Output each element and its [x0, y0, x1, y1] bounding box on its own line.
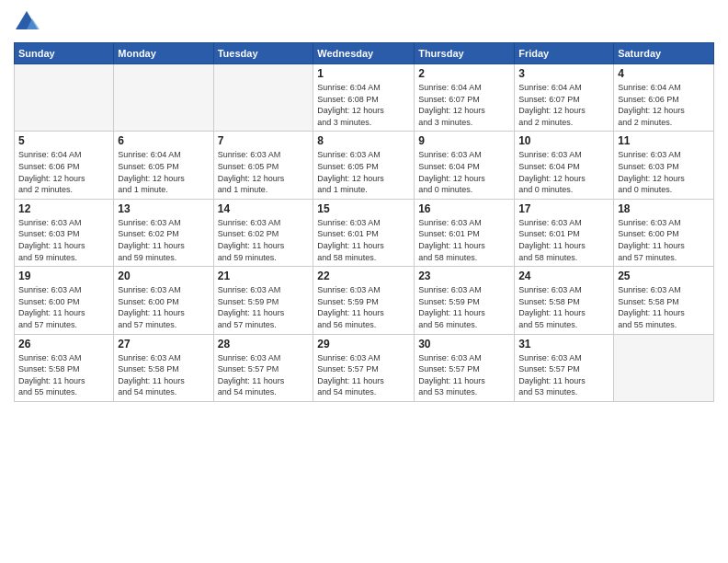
day-info: Sunrise: 6:03 AM Sunset: 5:58 PM Dayligh… [618, 284, 710, 330]
calendar-cell: 14Sunrise: 6:03 AM Sunset: 6:02 PM Dayli… [213, 199, 313, 266]
calendar-cell [114, 64, 213, 132]
day-info: Sunrise: 6:03 AM Sunset: 6:00 PM Dayligh… [118, 284, 209, 330]
calendar-cell: 18Sunrise: 6:03 AM Sunset: 6:00 PM Dayli… [614, 199, 714, 266]
day-number: 1 [317, 67, 410, 80]
day-info: Sunrise: 6:03 AM Sunset: 5:58 PM Dayligh… [518, 284, 609, 330]
day-number: 23 [418, 270, 510, 282]
day-info: Sunrise: 6:03 AM Sunset: 5:57 PM Dayligh… [317, 352, 410, 398]
day-info: Sunrise: 6:03 AM Sunset: 6:01 PM Dayligh… [518, 217, 609, 263]
calendar-cell: 19Sunrise: 6:03 AM Sunset: 6:00 PM Dayli… [15, 267, 114, 334]
calendar-cell: 9Sunrise: 6:03 AM Sunset: 6:04 PM Daylig… [415, 132, 515, 199]
day-number: 12 [18, 202, 109, 215]
day-number: 24 [518, 270, 609, 282]
day-number: 10 [518, 134, 609, 147]
day-number: 16 [418, 202, 510, 215]
calendar-cell [15, 64, 114, 132]
weekday-header-friday: Friday [515, 43, 614, 64]
day-number: 2 [418, 67, 510, 80]
weekday-header-thursday: Thursday [415, 43, 515, 64]
day-number: 4 [618, 67, 710, 80]
calendar-cell: 25Sunrise: 6:03 AM Sunset: 5:58 PM Dayli… [614, 267, 714, 334]
day-number: 22 [317, 270, 410, 282]
day-info: Sunrise: 6:04 AM Sunset: 6:07 PM Dayligh… [418, 82, 510, 128]
calendar-cell: 7Sunrise: 6:03 AM Sunset: 6:05 PM Daylig… [213, 132, 313, 199]
logo-icon [14, 9, 40, 35]
day-number: 19 [18, 270, 109, 282]
calendar-cell: 27Sunrise: 6:03 AM Sunset: 5:58 PM Dayli… [114, 334, 213, 401]
calendar-cell: 17Sunrise: 6:03 AM Sunset: 6:01 PM Dayli… [515, 199, 614, 266]
day-info: Sunrise: 6:03 AM Sunset: 6:04 PM Dayligh… [518, 149, 609, 195]
day-info: Sunrise: 6:04 AM Sunset: 6:07 PM Dayligh… [518, 82, 609, 128]
weekday-header-saturday: Saturday [614, 43, 714, 64]
day-info: Sunrise: 6:04 AM Sunset: 6:06 PM Dayligh… [18, 149, 109, 195]
day-info: Sunrise: 6:03 AM Sunset: 5:58 PM Dayligh… [18, 352, 109, 398]
day-number: 15 [317, 202, 410, 215]
calendar-cell: 11Sunrise: 6:03 AM Sunset: 6:03 PM Dayli… [614, 132, 714, 199]
day-number: 3 [518, 67, 609, 80]
day-info: Sunrise: 6:03 AM Sunset: 6:03 PM Dayligh… [618, 149, 710, 195]
day-number: 21 [218, 270, 310, 282]
day-info: Sunrise: 6:03 AM Sunset: 5:59 PM Dayligh… [218, 284, 310, 330]
day-number: 11 [618, 134, 710, 147]
calendar-cell: 16Sunrise: 6:03 AM Sunset: 6:01 PM Dayli… [415, 199, 515, 266]
weekday-header-tuesday: Tuesday [213, 43, 313, 64]
day-info: Sunrise: 6:03 AM Sunset: 5:59 PM Dayligh… [418, 284, 510, 330]
calendar-cell: 4Sunrise: 6:04 AM Sunset: 6:06 PM Daylig… [614, 64, 714, 132]
day-info: Sunrise: 6:03 AM Sunset: 5:59 PM Dayligh… [317, 284, 410, 330]
day-number: 20 [118, 270, 209, 282]
calendar-cell: 24Sunrise: 6:03 AM Sunset: 5:58 PM Dayli… [515, 267, 614, 334]
calendar-cell: 20Sunrise: 6:03 AM Sunset: 6:00 PM Dayli… [114, 267, 213, 334]
calendar-cell: 31Sunrise: 6:03 AM Sunset: 5:57 PM Dayli… [515, 334, 614, 401]
page: SundayMondayTuesdayWednesdayThursdayFrid… [0, 0, 728, 563]
calendar-cell: 1Sunrise: 6:04 AM Sunset: 6:08 PM Daylig… [313, 64, 415, 132]
calendar-cell: 6Sunrise: 6:04 AM Sunset: 6:05 PM Daylig… [114, 132, 213, 199]
calendar-cell: 5Sunrise: 6:04 AM Sunset: 6:06 PM Daylig… [15, 132, 114, 199]
day-number: 7 [218, 134, 310, 147]
calendar-cell [213, 64, 313, 132]
day-info: Sunrise: 6:03 AM Sunset: 6:01 PM Dayligh… [317, 217, 410, 263]
calendar-cell: 29Sunrise: 6:03 AM Sunset: 5:57 PM Dayli… [313, 334, 415, 401]
calendar-cell: 8Sunrise: 6:03 AM Sunset: 6:05 PM Daylig… [313, 132, 415, 199]
day-number: 26 [18, 338, 109, 350]
calendar-cell: 30Sunrise: 6:03 AM Sunset: 5:57 PM Dayli… [415, 334, 515, 401]
day-info: Sunrise: 6:03 AM Sunset: 6:05 PM Dayligh… [218, 149, 310, 195]
weekday-header-wednesday: Wednesday [313, 43, 415, 64]
day-info: Sunrise: 6:03 AM Sunset: 6:00 PM Dayligh… [618, 217, 710, 263]
day-number: 5 [18, 134, 109, 147]
day-number: 8 [317, 134, 410, 147]
calendar: SundayMondayTuesdayWednesdayThursdayFrid… [14, 42, 714, 402]
day-info: Sunrise: 6:03 AM Sunset: 6:02 PM Dayligh… [218, 217, 310, 263]
calendar-cell: 10Sunrise: 6:03 AM Sunset: 6:04 PM Dayli… [515, 132, 614, 199]
header [14, 9, 714, 35]
day-number: 27 [118, 338, 209, 350]
day-info: Sunrise: 6:04 AM Sunset: 6:06 PM Dayligh… [618, 82, 710, 128]
day-number: 9 [418, 134, 510, 147]
calendar-cell: 21Sunrise: 6:03 AM Sunset: 5:59 PM Dayli… [213, 267, 313, 334]
calendar-cell: 22Sunrise: 6:03 AM Sunset: 5:59 PM Dayli… [313, 267, 415, 334]
day-info: Sunrise: 6:04 AM Sunset: 6:05 PM Dayligh… [118, 149, 209, 195]
day-info: Sunrise: 6:03 AM Sunset: 5:57 PM Dayligh… [218, 352, 310, 398]
day-info: Sunrise: 6:03 AM Sunset: 5:58 PM Dayligh… [118, 352, 209, 398]
day-number: 25 [618, 270, 710, 282]
day-number: 18 [618, 202, 710, 215]
calendar-cell: 26Sunrise: 6:03 AM Sunset: 5:58 PM Dayli… [15, 334, 114, 401]
day-info: Sunrise: 6:03 AM Sunset: 5:57 PM Dayligh… [518, 352, 609, 398]
day-number: 28 [218, 338, 310, 350]
calendar-cell: 15Sunrise: 6:03 AM Sunset: 6:01 PM Dayli… [313, 199, 415, 266]
day-info: Sunrise: 6:03 AM Sunset: 6:04 PM Dayligh… [418, 149, 510, 195]
day-info: Sunrise: 6:03 AM Sunset: 5:57 PM Dayligh… [418, 352, 510, 398]
day-info: Sunrise: 6:03 AM Sunset: 6:03 PM Dayligh… [18, 217, 109, 263]
day-number: 6 [118, 134, 209, 147]
logo [14, 9, 43, 35]
weekday-header-monday: Monday [114, 43, 213, 64]
calendar-cell: 13Sunrise: 6:03 AM Sunset: 6:02 PM Dayli… [114, 199, 213, 266]
calendar-cell: 2Sunrise: 6:04 AM Sunset: 6:07 PM Daylig… [415, 64, 515, 132]
day-info: Sunrise: 6:03 AM Sunset: 6:05 PM Dayligh… [317, 149, 410, 195]
calendar-cell: 28Sunrise: 6:03 AM Sunset: 5:57 PM Dayli… [213, 334, 313, 401]
day-info: Sunrise: 6:03 AM Sunset: 6:01 PM Dayligh… [418, 217, 510, 263]
day-number: 17 [518, 202, 609, 215]
day-number: 14 [218, 202, 310, 215]
day-info: Sunrise: 6:03 AM Sunset: 6:00 PM Dayligh… [18, 284, 109, 330]
calendar-cell: 23Sunrise: 6:03 AM Sunset: 5:59 PM Dayli… [415, 267, 515, 334]
weekday-header-sunday: Sunday [15, 43, 114, 64]
